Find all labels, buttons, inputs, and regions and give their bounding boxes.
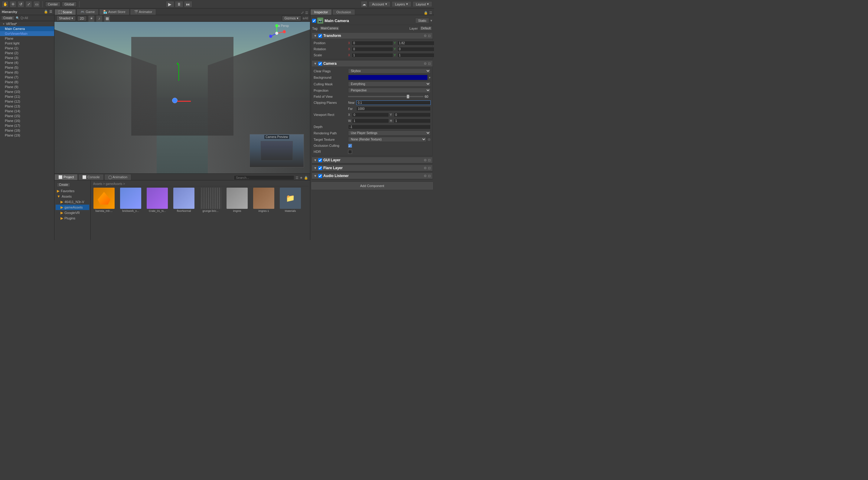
inspector-tab-occlusion[interactable]: Occlusion (332, 9, 355, 15)
shaded-dropdown[interactable]: Shaded ▾ (56, 16, 76, 21)
tab-console[interactable]: ⬜ Console (78, 174, 103, 180)
static-button[interactable]: Static (415, 18, 429, 23)
target-texture-pick-icon[interactable]: ◎ (428, 138, 431, 141)
hier-item-plane13[interactable]: Plane (13) (0, 104, 54, 109)
gizmos-dropdown[interactable]: Gizmos ▾ (282, 16, 301, 21)
inspector-menu-icon[interactable]: ☰ (429, 11, 432, 15)
hier-item-plane1[interactable]: Plane (1) (0, 46, 54, 51)
hier-item-plane18[interactable]: Plane (18) (0, 128, 54, 133)
rotate-tool-icon[interactable]: ↺ (18, 1, 24, 7)
target-texture-dropdown[interactable]: None (Render Texture) (348, 137, 427, 142)
hier-item-plane7[interactable]: Plane (7) (0, 75, 54, 80)
project-item-gameassets[interactable]: ▶ gameAssets (56, 205, 89, 210)
pos-x-field[interactable] (352, 41, 393, 46)
culling-mask-dropdown[interactable]: Everything (348, 82, 431, 87)
tab-scene[interactable]: ⛶ Scene (55, 9, 76, 15)
asset-barreta[interactable]: barreta_m9-... (92, 188, 116, 212)
hier-item-main-camera[interactable]: Main Camera (0, 26, 54, 31)
far-field[interactable] (356, 107, 431, 111)
vp-w-field[interactable] (352, 119, 389, 123)
twod-toggle[interactable]: 2D (77, 16, 87, 21)
play-button[interactable]: ▶ (166, 1, 174, 7)
camera-comp-header[interactable]: ▼ Camera ⚙ ⊡ (312, 61, 433, 67)
camera-enabled[interactable] (318, 62, 322, 66)
hierarchy-content[interactable]: ▼ VRTest* Main Camera GvrViewerMain Plan… (0, 21, 54, 240)
hier-item-plane10[interactable]: Plane (10) (0, 89, 54, 94)
camera-object[interactable] (172, 98, 178, 103)
rot-y-field[interactable] (397, 47, 434, 52)
hand-tool-icon[interactable]: ✋ (2, 1, 8, 7)
transform-header[interactable]: ▼ Transform ⚙ ⊡ (312, 33, 433, 39)
tab-project[interactable]: ⬜ Project (55, 174, 78, 180)
near-field[interactable] (356, 100, 431, 105)
hier-item-plane6[interactable]: Plane (6) (0, 70, 54, 75)
tab-asset-store[interactable]: 🏪 Asset Store (99, 9, 129, 15)
project-item-46411[interactable]: ▶ 46411_N3r-V (56, 199, 89, 205)
asset-brickwork[interactable]: brickwork_n... (119, 188, 143, 212)
hier-item-plane[interactable]: Plane (0, 36, 54, 41)
create-button[interactable]: Create (1, 16, 14, 20)
gui-layer-header[interactable]: ▼ GUI Layer ⚙ ⊡ (312, 157, 433, 163)
project-item-plugins[interactable]: ▶ Plugins (56, 215, 89, 221)
project-item-assets[interactable]: ▼ Assets (56, 194, 89, 199)
hier-item-plane14[interactable]: Plane (14) (0, 109, 54, 114)
project-item-googlevr[interactable]: ▶ GoogleVR (56, 210, 89, 215)
layout-dropdown[interactable]: Layout ▾ (412, 1, 432, 7)
scene-gizmo[interactable]: X Y Z (268, 24, 286, 43)
flare-layer-gear-icon[interactable]: ⚙ (424, 166, 427, 170)
hierarchy-lock-icon[interactable]: 🔒 (44, 10, 48, 13)
project-star-icon[interactable]: ★ (300, 176, 303, 180)
inspector-lock-icon[interactable]: 🔒 (424, 11, 428, 15)
gui-layer-lock-icon[interactable]: ⊡ (428, 158, 431, 162)
scale-y-field[interactable] (397, 53, 434, 58)
gui-layer-gear-icon[interactable]: ⚙ (424, 158, 427, 162)
hier-item-gvrviewer[interactable]: GvrViewerMain (0, 31, 54, 36)
asset-imgres[interactable]: imgres (225, 188, 249, 212)
scene-maximize-icon[interactable]: ⤢ (301, 10, 304, 15)
occlusion-culling-checkbox[interactable]: ✓ (348, 144, 352, 148)
hier-item-plane17[interactable]: Plane (17) (0, 123, 54, 128)
center-toggle[interactable]: Center (45, 1, 61, 7)
hier-item-plane12[interactable]: Plane (12) (0, 99, 54, 104)
scene-root[interactable]: ▼ VRTest* (0, 22, 54, 26)
depth-field[interactable] (348, 125, 431, 129)
tag-dropdown[interactable]: MainCamera (319, 26, 340, 31)
global-toggle[interactable]: Global (62, 1, 77, 7)
project-menu-icon[interactable]: ☰ (296, 176, 299, 180)
add-component-button[interactable]: Add Component (311, 182, 433, 189)
scale-x-field[interactable] (352, 53, 393, 58)
camera-gear-icon[interactable]: ⚙ (424, 62, 427, 66)
tab-animation[interactable]: ◯ Animation (104, 174, 131, 180)
vp-x-field[interactable] (352, 113, 389, 117)
audio-listener-enabled[interactable] (318, 174, 322, 178)
audio-listener-header[interactable]: ▼ Audio Listener ⚙ ⊡ (312, 173, 433, 179)
project-item-favorites[interactable]: ▶ Favorites (56, 188, 89, 194)
project-lock-icon[interactable]: 🔒 (304, 176, 308, 180)
fx-icon[interactable]: ▦ (104, 15, 111, 22)
hier-item-plane3[interactable]: Plane (3) (0, 55, 54, 60)
hdr-checkbox[interactable] (348, 150, 352, 154)
projection-dropdown[interactable]: Perspective (348, 88, 431, 93)
cloud-icon[interactable]: ☁ (361, 1, 368, 7)
inspector-tab-inspector[interactable]: Inspector (310, 9, 332, 15)
rendering-path-dropdown[interactable]: Use Player Settings (348, 130, 431, 136)
vp-h-field[interactable] (394, 119, 431, 123)
hier-item-plane2[interactable]: Plane (2) (0, 51, 54, 55)
hier-item-plane15[interactable]: Plane (15) (0, 114, 54, 118)
pause-button[interactable]: ⏸ (175, 1, 183, 7)
transform-lock-icon[interactable]: ⊡ (428, 34, 431, 38)
account-dropdown[interactable]: Account ▾ (369, 1, 391, 7)
hier-item-plane19[interactable]: Plane (19) (0, 133, 54, 138)
object-active-checkbox[interactable] (312, 19, 316, 23)
hierarchy-menu-icon[interactable]: ☰ (49, 10, 52, 13)
hier-item-plane9[interactable]: Plane (9) (0, 85, 54, 89)
asset-grunge[interactable]: grunge-bric... (198, 188, 223, 212)
background-color-swatch[interactable] (348, 75, 428, 80)
fov-slider-handle[interactable] (407, 95, 409, 98)
transform-gear-icon[interactable]: ⚙ (424, 34, 427, 38)
scene-view[interactable]: ▲ ⊕ Persp X Y Z (55, 22, 310, 173)
static-dropdown-icon[interactable]: ▾ (430, 19, 432, 23)
lighting-icon[interactable]: ☀ (88, 15, 95, 22)
scale-tool-icon[interactable]: ⤢ (25, 1, 32, 7)
flare-layer-lock-icon[interactable]: ⊡ (428, 166, 431, 170)
